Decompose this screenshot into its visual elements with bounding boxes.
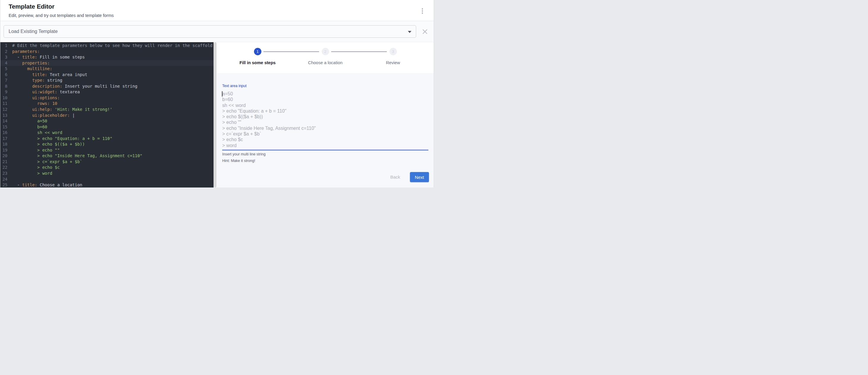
- editor-line[interactable]: 5 multiline:: [0, 66, 214, 72]
- line-code: parameters:: [7, 49, 214, 55]
- load-template-select[interactable]: Load Existing Template: [4, 25, 416, 38]
- line-number: 16: [0, 130, 7, 136]
- close-icon: [423, 29, 428, 34]
- step-circle: 2: [322, 48, 329, 55]
- step-circle: 3: [390, 48, 397, 55]
- line-number: 2: [0, 49, 7, 55]
- editor-line[interactable]: 20 > echo "Inside Here Tag, Assignment c…: [0, 153, 214, 159]
- editor-line[interactable]: 23 > word: [0, 170, 214, 177]
- dropdown-arrow-icon: [408, 31, 411, 33]
- step-circle: 1: [254, 48, 261, 55]
- load-template-placeholder: Load Existing Template: [9, 29, 58, 34]
- line-number: 4: [0, 60, 7, 66]
- textarea-focus-underline: [222, 150, 428, 150]
- editor-line[interactable]: 21 > c=`expr $a + $b`: [0, 159, 214, 165]
- line-number: 13: [0, 113, 7, 119]
- line-number: 18: [0, 142, 7, 147]
- editor-scrollbar: [214, 42, 217, 187]
- editor-line[interactable]: 24: [0, 177, 214, 183]
- editor-line[interactable]: 2parameters:: [0, 49, 214, 55]
- more-options-kebab-icon[interactable]: [420, 7, 425, 14]
- multiline-textarea[interactable]: a=50 b=60 sh << word > echo "Equation: a…: [222, 91, 428, 149]
- line-code: properties:: [7, 60, 214, 66]
- editor-line[interactable]: 15 b=60: [0, 124, 214, 130]
- editor-line[interactable]: 1# Edit the template parameters below to…: [0, 43, 214, 49]
- line-number: 23: [0, 170, 7, 177]
- line-code: - title: Choose a location: [7, 182, 214, 187]
- editor-line[interactable]: 25 - title: Choose a location: [0, 182, 214, 187]
- line-number: 5: [0, 66, 7, 72]
- line-code: a=50: [7, 118, 214, 124]
- line-code: > echo $c: [7, 165, 214, 170]
- page-title: Template Editor: [9, 3, 54, 10]
- editor-scrollbar-thumb[interactable]: [214, 42, 217, 187]
- editor-line[interactable]: 19 > echo "": [0, 147, 214, 153]
- editor-line[interactable]: 12 ui:help: 'Hint: Make it strong!': [0, 107, 214, 113]
- page-header: Template Editor Edit, preview, and try o…: [0, 0, 434, 21]
- line-code: - title: Fill in some steps: [7, 54, 214, 60]
- step-connector: [331, 52, 387, 52]
- preview-panel: 1Fill in some steps2Choose a location3Re…: [217, 42, 434, 187]
- step-label: Fill in some steps: [240, 60, 276, 65]
- line-number: 3: [0, 54, 7, 60]
- editor-line[interactable]: 16 sh << word: [0, 130, 214, 136]
- line-number: 21: [0, 159, 7, 165]
- line-code: > echo "Inside Here Tag, Assignment c=11…: [7, 153, 214, 159]
- line-code: ui:placeholder: |: [7, 113, 214, 119]
- yaml-code-editor[interactable]: 1# Edit the template parameters below to…: [0, 42, 214, 187]
- toolbar: Load Existing Template: [0, 21, 434, 42]
- editor-line[interactable]: 17 > echo "Equation: a + b = 110": [0, 136, 214, 142]
- back-button[interactable]: Back: [388, 172, 403, 182]
- line-number: 15: [0, 124, 7, 130]
- line-number: 22: [0, 165, 7, 170]
- page-subtitle: Edit, preview, and try out templates and…: [9, 13, 114, 18]
- line-code: description: Insert your multi line stri…: [7, 84, 214, 89]
- editor-line[interactable]: 7 type: string: [0, 77, 214, 84]
- editor-line[interactable]: 11 rows: 10: [0, 101, 214, 107]
- editor-line[interactable]: 6 title: Text area input: [0, 72, 214, 78]
- line-number: 1: [0, 43, 7, 49]
- textarea-placeholder-text: a=50 b=60 sh << word > echo "Equation: a…: [222, 91, 428, 148]
- next-button[interactable]: Next: [410, 172, 429, 182]
- form-step-panel: Text area input a=50 b=60 sh << word > e…: [217, 73, 434, 187]
- editor-line[interactable]: 22 > echo $c: [0, 165, 214, 170]
- line-code: > echo "": [7, 147, 214, 153]
- line-code: b=60: [7, 124, 214, 130]
- editor-line[interactable]: 14 a=50: [0, 118, 214, 124]
- line-code: ui:options:: [7, 95, 214, 101]
- line-code: ui:help: 'Hint: Make it strong!': [7, 107, 214, 113]
- line-code: # Edit the template parameters below to …: [7, 43, 214, 49]
- editor-line[interactable]: 18 > echo $(($a + $b)): [0, 142, 214, 147]
- field-hint-text: Hint: Make it strong!: [222, 159, 255, 163]
- editor-line[interactable]: 3 - title: Fill in some steps: [0, 54, 214, 60]
- step-connector: [264, 52, 319, 52]
- text-cursor: [222, 91, 222, 97]
- line-code: ui:widget: textarea: [7, 89, 214, 95]
- line-code: title: Text area input: [7, 72, 214, 78]
- textarea-field-label: Text area input: [222, 84, 247, 88]
- wizard-stepper: 1Fill in some steps2Choose a location3Re…: [217, 42, 434, 73]
- editor-line[interactable]: 10 ui:options:: [0, 95, 214, 101]
- line-code: rows: 10: [7, 101, 214, 107]
- step-label: Choose a location: [308, 60, 342, 65]
- line-number: 11: [0, 101, 7, 107]
- line-number: 19: [0, 147, 7, 153]
- line-code: multiline:: [7, 66, 214, 72]
- line-number: 17: [0, 136, 7, 142]
- editor-line[interactable]: 13 ui:placeholder: |: [0, 113, 214, 119]
- main-split: 1# Edit the template parameters below to…: [0, 42, 434, 187]
- editor-line[interactable]: 4 properties:: [0, 60, 214, 66]
- line-code: > echo "Equation: a + b = 110": [7, 136, 214, 142]
- line-number: 9: [0, 89, 7, 95]
- line-number: 14: [0, 118, 7, 124]
- line-number: 7: [0, 77, 7, 84]
- line-number: 24: [0, 177, 7, 183]
- line-number: 25: [0, 182, 7, 187]
- field-description-text: Insert your multi line string: [222, 152, 266, 156]
- clear-selection-button[interactable]: [423, 29, 428, 34]
- editor-line[interactable]: 9 ui:widget: textarea: [0, 89, 214, 95]
- line-code: [7, 177, 214, 183]
- step-label: Review: [386, 60, 400, 65]
- editor-line[interactable]: 8 description: Insert your multi line st…: [0, 84, 214, 89]
- line-number: 8: [0, 84, 7, 89]
